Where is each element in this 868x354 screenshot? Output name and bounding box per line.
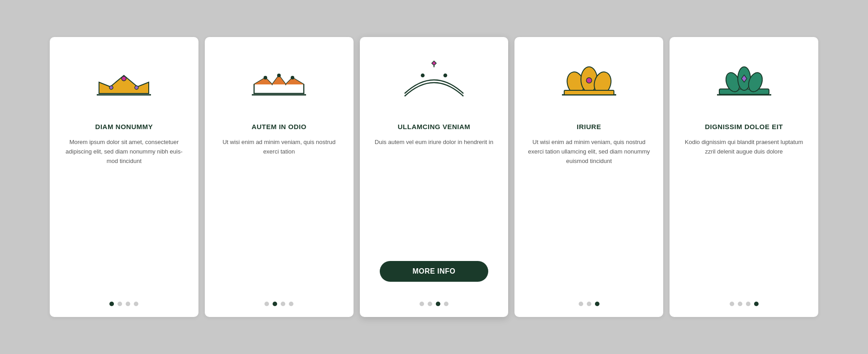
svg-point-6: [277, 74, 281, 77]
card-3-text: Duis autem vel eum iriure dolor in hendr…: [375, 138, 493, 252]
svg-point-5: [264, 76, 267, 79]
svg-point-1: [122, 76, 126, 81]
svg-point-2: [109, 86, 113, 89]
crown-icon-1: [83, 51, 165, 114]
card-2: AUTEM IN ODIO Ut wisi enim ad minim veni…: [205, 37, 354, 317]
card-4: IRIURE Ut wisi enim ad minim veniam, qui…: [514, 37, 663, 317]
svg-point-3: [135, 86, 138, 89]
dot: [273, 302, 277, 306]
more-info-button[interactable]: MORE INFO: [380, 261, 488, 282]
card-4-title: IRIURE: [577, 123, 601, 130]
dot: [428, 302, 432, 306]
crown-icon-4: [703, 51, 785, 114]
dot: [444, 302, 448, 306]
dot: [281, 302, 285, 306]
svg-point-7: [291, 76, 294, 79]
dot: [134, 302, 138, 306]
card-3: ULLAMCING VENIAM Duis autem vel eum iriu…: [360, 37, 509, 317]
dot: [436, 302, 440, 306]
card-4-text: Ut wisi enim ad minim veniam, quis nostr…: [525, 138, 652, 293]
card-5-title: DIGNISSIM DOLOE EIT: [705, 123, 783, 130]
dot: [420, 302, 424, 306]
crown-icon-2: [238, 51, 320, 114]
card-1-text: Morem ipsum dolor sit amet, consectetuer…: [61, 138, 188, 293]
dot: [264, 302, 269, 306]
card-5-dots: [730, 293, 759, 306]
tiara-icon: [393, 51, 475, 114]
svg-point-17: [586, 78, 592, 83]
dot: [746, 302, 750, 306]
card-4-dots: [579, 293, 599, 306]
card-1-dots: [109, 293, 138, 306]
cards-container: DIAM NONUMMY Morem ipsum dolor sit amet,…: [50, 37, 818, 317]
card-3-dots: [420, 293, 448, 306]
dot: [289, 302, 293, 306]
dot: [118, 302, 122, 306]
svg-marker-9: [432, 61, 436, 65]
dot: [595, 302, 599, 306]
card-2-title: AUTEM IN ODIO: [251, 123, 307, 130]
dot: [738, 302, 742, 306]
svg-point-11: [444, 74, 447, 77]
crown-icon-3: [548, 51, 630, 114]
card-3-title: ULLAMCING VENIAM: [398, 123, 471, 130]
dot: [126, 302, 130, 306]
dot: [579, 302, 583, 306]
dot: [730, 302, 734, 306]
card-5-text: Kodio dignissim qui blandit praesent lup…: [680, 138, 807, 293]
dot: [109, 302, 114, 306]
card-1-title: DIAM NONUMMY: [95, 123, 153, 130]
card-2-dots: [264, 293, 293, 306]
card-2-text: Ut wisi enim ad minim veniam, quis nostr…: [216, 138, 343, 293]
dot: [754, 302, 759, 306]
svg-point-10: [421, 74, 424, 77]
svg-rect-16: [564, 90, 614, 95]
card-1: DIAM NONUMMY Morem ipsum dolor sit amet,…: [50, 37, 198, 317]
dot: [587, 302, 591, 306]
card-5: DIGNISSIM DOLOE EIT Kodio dignissim qui …: [670, 37, 818, 317]
